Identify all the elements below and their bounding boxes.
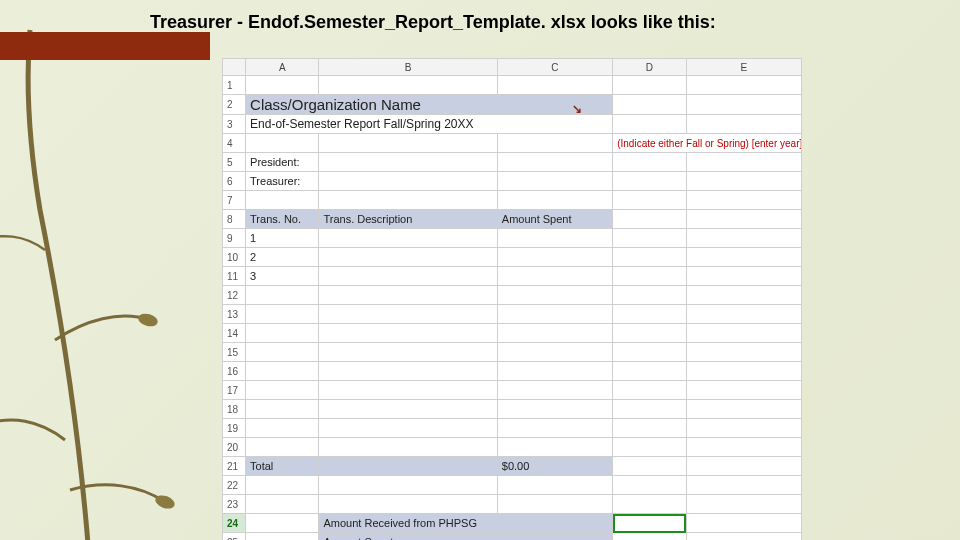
- slide-title: Treasurer - Endof.Semester_Report_Templa…: [150, 12, 716, 33]
- row-num: 10: [223, 248, 246, 267]
- amount-spent-label: Amount Spent: [319, 533, 497, 541]
- col-B: B: [319, 59, 497, 76]
- spreadsheet-grid: A B C D E 1 2 Class/Organization Name 3 …: [222, 58, 802, 540]
- col-E: E: [686, 59, 801, 76]
- trans-no-2: 2: [246, 248, 319, 267]
- row-num: 2: [223, 95, 246, 115]
- row-num: 3: [223, 115, 246, 134]
- col-C: C: [497, 59, 612, 76]
- row-num: 22: [223, 476, 246, 495]
- amount-received-label: Amount Received from PHPSG: [319, 514, 497, 533]
- row-num: 20: [223, 438, 246, 457]
- row-num: 17: [223, 381, 246, 400]
- row-num: 18: [223, 400, 246, 419]
- total-value: $0.00: [497, 457, 612, 476]
- row-num: 9: [223, 229, 246, 248]
- trans-no-1: 1: [246, 229, 319, 248]
- row-num: 21: [223, 457, 246, 476]
- row-num: 14: [223, 324, 246, 343]
- row-num: 16: [223, 362, 246, 381]
- row-num: 4: [223, 134, 246, 153]
- selected-cell: [613, 514, 686, 533]
- row-num: 1: [223, 76, 246, 95]
- header-amount: Amount Spent: [497, 210, 612, 229]
- col-A: A: [246, 59, 319, 76]
- row-num: 11: [223, 267, 246, 286]
- row-num: 25: [223, 533, 246, 541]
- header-trans-desc: Trans. Description: [319, 210, 497, 229]
- report-title-cell: End-of-Semester Report Fall/Spring 20XX: [246, 115, 613, 134]
- row-num: 12: [223, 286, 246, 305]
- column-header-row: A B C D E: [223, 59, 802, 76]
- treasurer-label: Treasurer:: [246, 172, 319, 191]
- svg-point-4: [154, 493, 177, 511]
- row-num: 15: [223, 343, 246, 362]
- row-num: 7: [223, 191, 246, 210]
- total-label: Total: [246, 457, 319, 476]
- header-trans-no: Trans. No.: [246, 210, 319, 229]
- col-D: D: [613, 59, 686, 76]
- hint-text: (Indicate either Fall or Spring) [enter …: [613, 134, 802, 153]
- row-num-selected: 24: [223, 514, 246, 533]
- decorative-accent-bar: [0, 32, 210, 60]
- row-num: 8: [223, 210, 246, 229]
- trans-no-3: 3: [246, 267, 319, 286]
- spreadsheet-preview: A B C D E 1 2 Class/Organization Name 3 …: [222, 58, 802, 540]
- slide: Treasurer - Endof.Semester_Report_Templa…: [0, 0, 960, 540]
- corner-cell: [223, 59, 246, 76]
- row-num: 6: [223, 172, 246, 191]
- row-num: 19: [223, 419, 246, 438]
- row-num: 23: [223, 495, 246, 514]
- row-num: 5: [223, 153, 246, 172]
- decorative-branch: [0, 10, 230, 540]
- president-label: President:: [246, 153, 319, 172]
- row-num: 13: [223, 305, 246, 324]
- org-name-cell: Class/Organization Name: [246, 95, 613, 115]
- svg-point-1: [137, 312, 159, 329]
